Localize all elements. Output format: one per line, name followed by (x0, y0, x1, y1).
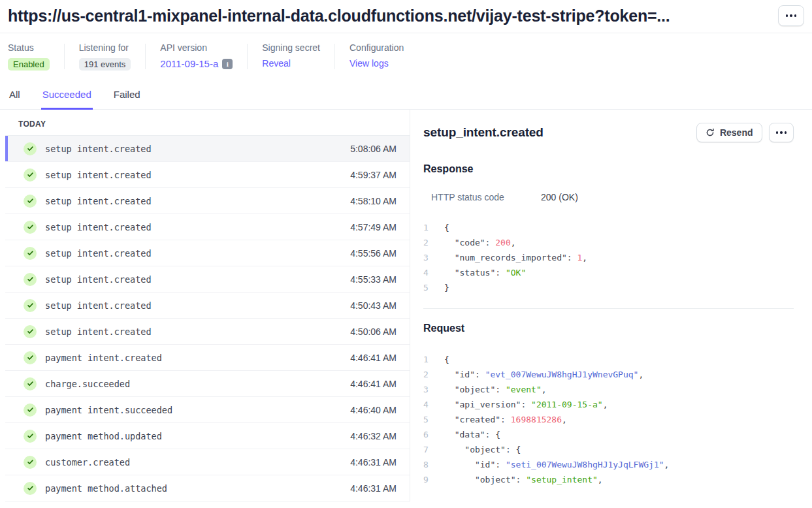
event-name: setup_intent.created (45, 222, 350, 232)
event-name: payment_method.updated (45, 431, 350, 441)
check-icon (24, 195, 37, 208)
event-name: setup_intent.created (45, 170, 350, 180)
tab-failed[interactable]: Failed (112, 85, 142, 110)
list-item[interactable]: setup_intent.created4:50:43 AM (5, 293, 410, 319)
event-time: 4:58:10 AM (350, 196, 397, 206)
list-item[interactable]: payment_intent.succeeded4:46:40 AM (5, 397, 410, 423)
status-badge: Enabled (8, 58, 50, 71)
check-icon (24, 482, 37, 495)
event-time: 4:46:31 AM (350, 457, 397, 468)
resend-button[interactable]: Resend (696, 123, 762, 142)
status-label: Status (8, 42, 50, 53)
list-item[interactable]: setup_intent.created5:08:06 AM (5, 136, 410, 162)
event-name: setup_intent.created (45, 248, 350, 259)
list-item[interactable]: setup_intent.created4:55:33 AM (5, 266, 410, 293)
line-number: 4 (423, 265, 434, 280)
code-line: 7 "object": { (423, 442, 794, 457)
event-name: setup_intent.created (45, 326, 350, 337)
code-line: 8 "id": "seti_007WewuJW8hgHJ1yJqLFWGj1", (423, 457, 794, 472)
event-name: payment_intent.created (45, 353, 350, 363)
check-icon (24, 168, 37, 182)
ellipsis-icon (776, 131, 787, 134)
list-item[interactable]: setup_intent.created4:55:56 AM (5, 240, 410, 266)
reveal-link[interactable]: Reveal (262, 58, 320, 69)
list-item[interactable]: setup_intent.created4:58:10 AM (5, 188, 410, 214)
code-line: 5} (423, 280, 794, 295)
check-icon (24, 456, 37, 469)
response-section-title: Response (423, 163, 794, 175)
webhook-url-title: https://us-central1-mixpanel-internal-da… (8, 7, 670, 25)
line-number: 6 (423, 427, 434, 442)
meta-api-version: API version 2011-09-15-a i (146, 42, 247, 71)
info-icon[interactable]: i (222, 59, 233, 69)
event-time: 4:55:33 AM (350, 274, 397, 285)
refresh-icon (706, 128, 715, 137)
code-line: 9 "object": "setup_intent", (423, 472, 794, 487)
check-icon (24, 299, 37, 312)
line-number: 5 (423, 280, 434, 295)
listening-for-label: Listening for (79, 42, 131, 53)
api-version-link[interactable]: 2011-09-15-a (160, 58, 218, 69)
api-version-label: API version (160, 42, 233, 53)
check-icon (24, 221, 37, 234)
tab-all[interactable]: All (8, 85, 22, 110)
configuration-label: Configuration (349, 42, 404, 53)
check-icon (24, 377, 37, 390)
check-icon (24, 351, 37, 364)
event-name: setup_intent.created (45, 300, 350, 311)
meta-listening-for: Listening for 191 events (65, 42, 146, 71)
list-item[interactable]: payment_method.updated4:46:32 AM (5, 423, 410, 449)
request-section-title: Request (423, 323, 794, 334)
endpoint-meta-row: Status Enabled Listening for 191 events … (0, 33, 812, 82)
detail-overflow-button[interactable] (769, 123, 794, 142)
event-detail-title: setup_intent.created (423, 125, 544, 140)
event-rows: setup_intent.created5:08:06 AMsetup_inte… (5, 136, 410, 501)
event-name: charge.succeeded (45, 379, 350, 389)
event-time: 4:46:32 AM (350, 431, 397, 441)
page-header: https://us-central1-mixpanel-internal-da… (0, 0, 812, 33)
list-item[interactable]: payment_intent.created4:46:41 AM (5, 345, 410, 371)
header-overflow-button[interactable] (778, 5, 804, 26)
list-item[interactable]: charge.succeeded4:46:41 AM (5, 371, 410, 397)
check-icon (24, 247, 37, 260)
events-count-badge: 191 events (79, 58, 131, 71)
http-status-value: 200 (OK) (541, 192, 578, 202)
code-line: 2 "code": 200, (423, 235, 794, 250)
line-number: 3 (423, 250, 434, 265)
list-item[interactable]: setup_intent.created4:50:06 AM (5, 319, 410, 345)
event-time: 4:50:06 AM (350, 326, 397, 337)
event-time: 4:46:41 AM (350, 353, 397, 363)
tab-succeeded[interactable]: Succeeded (41, 85, 93, 110)
code-line: 6 "data": { (423, 427, 794, 442)
view-logs-link[interactable]: View logs (349, 58, 404, 69)
code-line: 3 "num_records_imported": 1, (423, 250, 794, 265)
event-time: 4:57:49 AM (350, 222, 397, 232)
list-item[interactable]: setup_intent.created4:59:37 AM (5, 162, 410, 188)
event-time: 5:08:06 AM (350, 144, 397, 154)
http-status-row: HTTP status code 200 (OK) (431, 192, 794, 202)
line-number: 9 (423, 472, 434, 487)
request-code-block: 1{2 "id": "evt_007WewuJW8hgHJ1yWnevGPuq"… (423, 352, 794, 487)
ellipsis-icon (786, 14, 797, 17)
event-name: setup_intent.created (45, 196, 350, 206)
event-name: payment_intent.succeeded (45, 405, 350, 415)
line-number: 4 (423, 397, 434, 412)
filter-tabs: AllSucceededFailed (0, 82, 812, 110)
check-icon (24, 430, 37, 443)
event-name: setup_intent.created (45, 274, 350, 285)
event-name: setup_intent.created (45, 144, 350, 154)
line-number: 5 (423, 412, 434, 427)
code-line: 5 "created": 1698815286, (423, 412, 794, 427)
list-item[interactable]: payment_method.attached4:46:31 AM (5, 475, 410, 501)
response-code-block: 1{2 "code": 200,3 "num_records_imported"… (423, 220, 794, 295)
event-name: customer.created (45, 457, 350, 468)
code-line: 1{ (423, 220, 794, 235)
meta-status: Status Enabled (8, 42, 64, 71)
event-time: 4:59:37 AM (350, 170, 397, 180)
list-item[interactable]: customer.created4:46:31 AM (5, 449, 410, 475)
line-number: 2 (423, 367, 434, 382)
http-status-label: HTTP status code (431, 192, 541, 202)
event-time: 4:46:41 AM (350, 379, 397, 389)
list-item[interactable]: setup_intent.created4:57:49 AM (5, 214, 410, 240)
event-detail-panel: setup_intent.created Resend Response HTT… (410, 110, 812, 501)
